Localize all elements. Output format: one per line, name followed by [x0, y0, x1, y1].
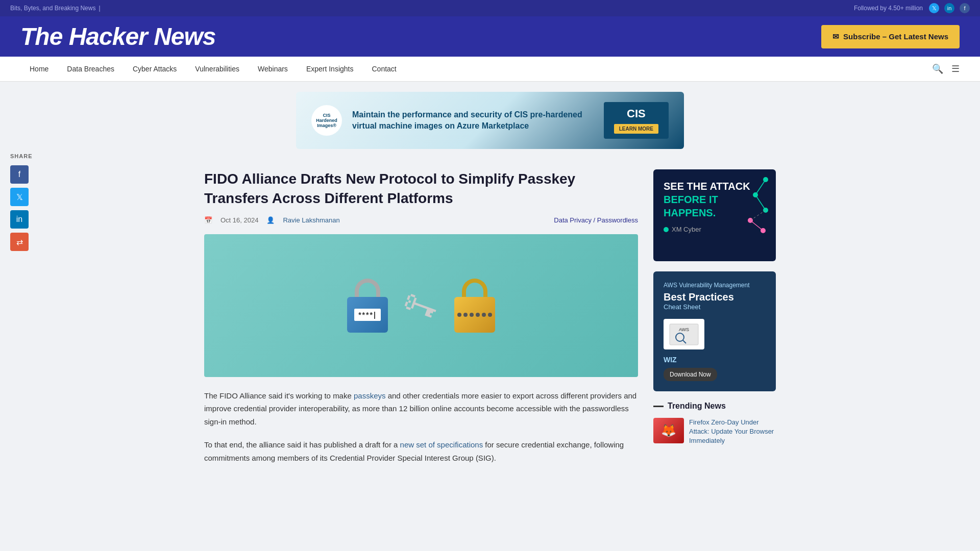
nav-item-expert-insights[interactable]: Expert Insights: [297, 57, 363, 81]
xm-cyber-ad[interactable]: SEE THE ATTACK BEFORE IT HAPPENS. XM Cyb…: [653, 169, 776, 261]
svg-text:AWS: AWS: [679, 327, 689, 332]
share-linkedin-button[interactable]: in: [10, 210, 29, 229]
share-twitter-button[interactable]: 𝕏: [10, 188, 29, 206]
top-bar-left: Bits, Bytes, and Breaking News |: [10, 5, 101, 12]
nav-item-vulnerabilities[interactable]: Vulnerabilities: [186, 57, 249, 81]
wiz-heading: Best Practices: [664, 291, 766, 303]
top-bar-right: Followed by 4.50+ million 𝕏 in f: [854, 3, 970, 13]
wiz-sub: Cheat Sheet: [664, 303, 766, 311]
learn-more-label[interactable]: LEARN MORE: [614, 124, 658, 134]
trending-thumb-0: 🦊: [653, 418, 684, 443]
passkeys-link[interactable]: passkeys: [354, 391, 386, 400]
nav-icons: 🔍 ☰: [932, 63, 960, 74]
share-label: SHARE: [10, 153, 33, 159]
nav-item-webinars[interactable]: Webinars: [249, 57, 297, 81]
gold-padlock-body: [454, 297, 495, 333]
dot-2: [463, 313, 468, 317]
password-label: ****|: [354, 309, 381, 321]
cheatsheet-svg: AWS: [669, 323, 699, 346]
dot-4: [476, 313, 480, 317]
main-nav: Home Data Breaches Cyber Attacks Vulnera…: [0, 57, 980, 82]
svg-line-5: [755, 180, 766, 195]
svg-line-6: [755, 195, 766, 210]
followers-count: Followed by 4.50+ million: [854, 5, 923, 12]
linkedin-icon[interactable]: in: [944, 3, 954, 13]
xm-cyber-ad-content: SEE THE ATTACK BEFORE IT HAPPENS. XM Cyb…: [653, 169, 776, 261]
trending-text-0[interactable]: Firefox Zero-Day Under Attack: Update Yo…: [689, 418, 776, 446]
right-sidebar: SEE THE ATTACK BEFORE IT HAPPENS. XM Cyb…: [653, 169, 776, 474]
article-category[interactable]: Data Privacy / Passwordless: [554, 216, 638, 224]
ad-banner[interactable]: CISHardenedImages® Maintain the performa…: [296, 92, 684, 149]
article-meta-left: 📅 Oct 16, 2024 👤 Ravie Lakshmanan: [204, 216, 340, 224]
nav-link-vulnerabilities[interactable]: Vulnerabilities: [186, 57, 249, 81]
subscribe-label: Subscribe – Get Latest News: [843, 32, 948, 41]
article-content: FIDO Alliance Drafts New Protocol to Sim…: [204, 169, 638, 474]
site-tagline: Bits, Bytes, and Breaking News: [10, 5, 95, 12]
category-link[interactable]: Data Privacy / Passwordless: [554, 216, 638, 224]
article-author[interactable]: Ravie Lakshmanan: [283, 216, 339, 224]
site-title[interactable]: The Hacker News: [20, 22, 216, 51]
menu-icon[interactable]: ☰: [951, 63, 960, 74]
wiz-cheatsheet-image: AWS: [664, 319, 704, 349]
xm-cyber-name: XM Cyber: [672, 226, 701, 233]
search-icon[interactable]: 🔍: [932, 63, 943, 74]
key-illustration: 🗝: [397, 280, 445, 331]
social-icons: 𝕏 in f: [929, 3, 970, 13]
facebook-icon[interactable]: f: [960, 3, 970, 13]
ad-headline: Maintain the performance and security of…: [352, 109, 594, 132]
dot-5: [482, 313, 486, 317]
ad-logo: CISHardenedImages®: [311, 105, 342, 136]
specs-link[interactable]: new set of specifications: [400, 440, 483, 449]
calendar-icon: 📅: [204, 216, 212, 224]
dot-6: [488, 313, 492, 317]
trending-item-0[interactable]: 🦊 Firefox Zero-Day Under Attack: Update …: [653, 418, 776, 446]
cis-logo: CIS: [614, 107, 658, 120]
nav-item-contact[interactable]: Contact: [362, 57, 405, 81]
site-header: The Hacker News ✉ Subscribe – Get Latest…: [0, 16, 980, 57]
wiz-download-button[interactable]: Download Now: [664, 368, 717, 381]
nav-item-cyber-attacks[interactable]: Cyber Attacks: [124, 57, 186, 81]
dot-1: [457, 313, 461, 317]
nav-item-data-breaches[interactable]: Data Breaches: [58, 57, 124, 81]
nav-link-cyber-attacks[interactable]: Cyber Attacks: [124, 57, 186, 81]
author-icon: 👤: [266, 216, 275, 224]
nav-link-webinars[interactable]: Webinars: [249, 57, 297, 81]
wiz-subtitle: AWS Vulnerability Management: [664, 282, 766, 289]
nav-link-expert-insights[interactable]: Expert Insights: [297, 57, 363, 81]
top-bar: Bits, Bytes, and Breaking News | Followe…: [0, 0, 980, 16]
network-graph: [730, 174, 771, 236]
padlock-illustration: ****| 🗝: [347, 279, 495, 333]
trending-title: Trending News: [668, 402, 726, 411]
main-container: FIDO Alliance Drafts New Protocol to Sim…: [184, 159, 796, 485]
ad-badge: CIS LEARN MORE: [604, 102, 669, 139]
wiz-ad[interactable]: AWS Vulnerability Management Best Practi…: [653, 271, 776, 391]
subscribe-button[interactable]: ✉ Subscribe – Get Latest News: [821, 25, 960, 48]
nav-item-home[interactable]: Home: [20, 57, 58, 81]
gold-padlock: [454, 279, 495, 333]
wiz-ad-content: AWS Vulnerability Management Best Practi…: [653, 271, 776, 391]
article-date: Oct 16, 2024: [220, 216, 258, 224]
article-paragraph-1: The FIDO Alliance said it's working to m…: [204, 389, 638, 429]
share-other-button[interactable]: ⇄: [10, 233, 29, 251]
share-facebook-button[interactable]: f: [10, 165, 29, 184]
article-hero-image: ****| 🗝: [204, 234, 638, 377]
xm-line2: BEFORE IT HAPPENS.: [664, 194, 718, 218]
firefox-thumbnail: 🦊: [653, 418, 684, 443]
article-meta: 📅 Oct 16, 2024 👤 Ravie Lakshmanan Data P…: [204, 216, 638, 224]
envelope-icon: ✉: [832, 32, 839, 41]
nav-link-contact[interactable]: Contact: [362, 57, 405, 81]
blue-padlock-body: ****|: [347, 297, 388, 333]
dot-3: [470, 313, 474, 317]
article-paragraph-2: To that end, the alliance said it has pu…: [204, 438, 638, 464]
ad-text: Maintain the performance and security of…: [352, 109, 594, 132]
trending-dash: [653, 406, 664, 407]
trending-section: Trending News 🦊 Firefox Zero-Day Under A…: [653, 402, 776, 446]
blue-padlock: ****|: [347, 279, 388, 333]
trending-header: Trending News: [653, 402, 776, 411]
padlock-dots: [457, 313, 492, 317]
blue-shackle: [355, 279, 380, 299]
nav-link-data-breaches[interactable]: Data Breaches: [58, 57, 124, 81]
nav-link-home[interactable]: Home: [20, 57, 58, 81]
share-sidebar: SHARE f 𝕏 in ⇄: [10, 153, 33, 251]
twitter-icon[interactable]: 𝕏: [929, 3, 939, 13]
